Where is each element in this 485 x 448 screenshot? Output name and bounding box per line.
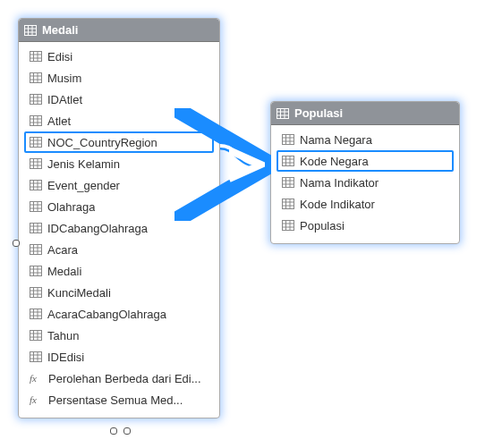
- svg-rect-107: [283, 221, 294, 231]
- column-icon: [30, 115, 42, 126]
- field-label: AcaraCabangOlahraga: [47, 308, 166, 321]
- field-row[interactable]: Kode Indikator: [277, 193, 454, 215]
- svg-rect-70: [30, 331, 42, 341]
- svg-rect-0: [25, 25, 37, 35]
- field-row[interactable]: Populasi: [277, 215, 454, 236]
- field-label: Acara: [47, 243, 78, 257]
- field-row[interactable]: KunciMedali: [24, 282, 214, 303]
- table-header-medali[interactable]: Medali: [19, 19, 219, 42]
- field-label: IDCabangOlahraga: [47, 222, 148, 235]
- field-label: IDAtlet: [47, 93, 82, 106]
- field-row[interactable]: Musim: [24, 67, 214, 89]
- field-label: Jenis Kelamin: [47, 157, 120, 171]
- svg-rect-20: [30, 116, 42, 126]
- column-icon: [282, 177, 294, 188]
- column-icon: [30, 94, 42, 105]
- field-label: Edisi: [47, 50, 72, 63]
- field-label: Kode Negara: [300, 155, 369, 168]
- table-title: Populasi: [294, 102, 343, 125]
- connection-endpoint[interactable]: [123, 427, 131, 435]
- svg-rect-30: [30, 159, 42, 169]
- table-medali[interactable]: Medali EdisiMusimIDAtletAtletNOC_Country…: [18, 18, 220, 418]
- field-label: Perolehan Berbeda dari Edi...: [48, 372, 201, 385]
- field-row[interactable]: Olahraga: [24, 196, 214, 217]
- field-row[interactable]: Medali: [24, 260, 214, 282]
- field-row[interactable]: Acara: [24, 239, 214, 260]
- connection-endpoint[interactable]: [110, 427, 117, 435]
- svg-text:fx: fx: [30, 373, 37, 384]
- field-label: NOC_CountryRegion: [47, 136, 157, 149]
- svg-rect-10: [30, 73, 42, 83]
- table-icon: [24, 25, 37, 36]
- svg-rect-60: [30, 288, 42, 298]
- measure-icon: fx: [30, 394, 43, 405]
- svg-rect-35: [30, 181, 42, 190]
- field-row[interactable]: Tahun: [24, 325, 214, 346]
- field-label: Event_gender: [47, 179, 120, 192]
- column-icon: [282, 199, 294, 209]
- field-row[interactable]: Kode Negara: [277, 150, 454, 172]
- field-label: Nama Indikator: [300, 176, 379, 190]
- field-label: Kode Indikator: [300, 198, 375, 211]
- table-header-populasi[interactable]: Populasi: [271, 102, 459, 125]
- field-row[interactable]: Nama Negara: [277, 129, 454, 150]
- svg-rect-97: [283, 178, 294, 188]
- table-populasi[interactable]: Populasi Nama NegaraKode NegaraNama Indi…: [270, 101, 460, 244]
- field-label: Tahun: [47, 329, 79, 342]
- relationship-connector: [220, 143, 270, 188]
- field-row[interactable]: Atlet: [24, 110, 214, 131]
- connection-endpoint[interactable]: [13, 240, 20, 247]
- measure-icon: fx: [30, 373, 43, 384]
- svg-rect-65: [30, 309, 42, 319]
- svg-rect-87: [283, 135, 294, 145]
- field-list-medali: EdisiMusimIDAtletAtletNOC_CountryRegionJ…: [19, 42, 219, 418]
- field-label: Musim: [47, 72, 81, 85]
- column-icon: [30, 330, 42, 341]
- field-row[interactable]: IDCabangOlahraga: [24, 217, 214, 239]
- field-label: Atlet: [47, 114, 71, 128]
- svg-rect-82: [277, 108, 289, 118]
- field-label: Medali: [47, 265, 81, 278]
- column-icon: [30, 244, 42, 255]
- column-icon: [30, 180, 42, 190]
- column-icon: [30, 223, 42, 233]
- field-row[interactable]: Jenis Kelamin: [24, 153, 214, 174]
- table-title: Medali: [42, 19, 78, 42]
- field-row[interactable]: NOC_CountryRegion: [24, 131, 214, 153]
- svg-rect-45: [30, 224, 42, 233]
- column-icon: [282, 134, 294, 145]
- field-label: Olahraga: [47, 200, 95, 214]
- column-icon: [30, 137, 42, 148]
- column-icon: [30, 266, 42, 276]
- field-row[interactable]: fxPerolehan Berbeda dari Edi...: [24, 368, 214, 389]
- field-row[interactable]: Event_gender: [24, 174, 214, 196]
- column-icon: [30, 51, 42, 62]
- svg-text:fx: fx: [30, 394, 37, 405]
- svg-rect-15: [30, 95, 42, 105]
- svg-rect-25: [30, 138, 42, 148]
- column-icon: [282, 156, 294, 166]
- field-label: IDEdisi: [47, 351, 84, 364]
- svg-rect-50: [30, 245, 42, 255]
- column-icon: [30, 287, 42, 298]
- column-icon: [30, 158, 42, 169]
- field-row[interactable]: AcaraCabangOlahraga: [24, 303, 214, 325]
- field-label: Populasi: [300, 219, 345, 232]
- svg-rect-40: [30, 202, 42, 212]
- table-icon: [277, 108, 289, 119]
- field-label: Persentase Semua Med...: [48, 393, 183, 407]
- field-label: KunciMedali: [47, 286, 111, 300]
- field-row[interactable]: IDEdisi: [24, 346, 214, 368]
- field-list-populasi: Nama NegaraKode NegaraNama IndikatorKode…: [271, 125, 459, 243]
- svg-rect-92: [283, 156, 294, 166]
- column-icon: [282, 220, 294, 231]
- field-label: Nama Negara: [300, 133, 372, 147]
- field-row[interactable]: fxPersentase Semua Med...: [24, 389, 214, 410]
- column-icon: [30, 351, 42, 362]
- field-row[interactable]: IDAtlet: [24, 89, 214, 110]
- svg-rect-55: [30, 266, 42, 276]
- field-row[interactable]: Nama Indikator: [277, 172, 454, 193]
- svg-rect-75: [30, 352, 42, 362]
- column-icon: [30, 201, 42, 212]
- field-row[interactable]: Edisi: [24, 46, 214, 67]
